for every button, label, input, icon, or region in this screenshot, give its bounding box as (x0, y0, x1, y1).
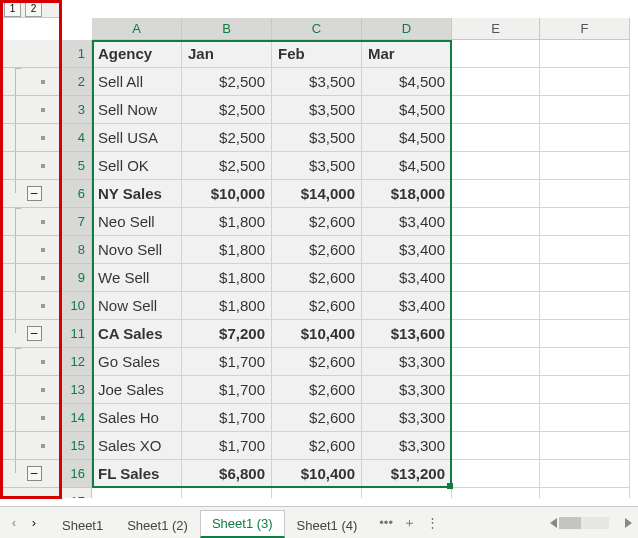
cell[interactable]: We Sell (92, 264, 182, 292)
cell[interactable]: $4,500 (362, 68, 452, 96)
column-header-A[interactable]: A (92, 18, 182, 40)
cell[interactable]: $3,500 (272, 152, 362, 180)
cell[interactable]: $3,400 (362, 292, 452, 320)
outline-level-2-button[interactable]: 2 (25, 0, 42, 17)
cell[interactable] (452, 96, 540, 124)
row-header-13[interactable]: 13 (60, 376, 92, 403)
cell[interactable] (540, 460, 630, 488)
cell[interactable]: $10,000 (182, 180, 272, 208)
cell[interactable]: $3,500 (272, 124, 362, 152)
cell[interactable] (540, 152, 630, 180)
cell[interactable] (540, 208, 630, 236)
tab-nav-next[interactable]: › (24, 513, 44, 533)
cell[interactable] (452, 40, 540, 68)
cell[interactable]: $2,600 (272, 292, 362, 320)
scroll-track[interactable] (559, 517, 609, 529)
cell[interactable]: Sell All (92, 68, 182, 96)
cell[interactable]: $3,500 (272, 96, 362, 124)
outline-level-1-button[interactable]: 1 (4, 0, 21, 17)
scroll-left-icon[interactable] (550, 518, 557, 528)
cell[interactable]: Neo Sell (92, 208, 182, 236)
cell[interactable] (540, 236, 630, 264)
row-header-2[interactable]: 2 (60, 68, 92, 95)
row-header-11[interactable]: 11 (60, 320, 92, 347)
cell[interactable] (452, 432, 540, 460)
cell[interactable]: $2,600 (272, 208, 362, 236)
row-header-16[interactable]: 16 (60, 460, 92, 487)
row-header-7[interactable]: 7 (60, 208, 92, 235)
horizontal-scrollbar[interactable] (550, 517, 632, 529)
cell[interactable]: $2,600 (272, 376, 362, 404)
cell[interactable]: $3,400 (362, 208, 452, 236)
cell[interactable]: $10,400 (272, 460, 362, 488)
cell[interactable]: FL Sales (92, 460, 182, 488)
cell[interactable] (452, 236, 540, 264)
cell[interactable] (452, 264, 540, 292)
cell[interactable]: Feb (272, 40, 362, 68)
cell[interactable] (452, 488, 540, 498)
cell[interactable] (540, 292, 630, 320)
cell[interactable]: $4,500 (362, 124, 452, 152)
row-header-5[interactable]: 5 (60, 152, 92, 179)
cell[interactable]: Sales XO (92, 432, 182, 460)
cell[interactable]: NY Sales (92, 180, 182, 208)
cell[interactable] (540, 348, 630, 376)
cell[interactable] (540, 96, 630, 124)
cell[interactable]: $2,600 (272, 264, 362, 292)
cell[interactable] (540, 488, 630, 498)
cell[interactable]: $13,200 (362, 460, 452, 488)
cell[interactable] (452, 152, 540, 180)
sheet-tab[interactable]: Sheet1 (3) (200, 510, 285, 538)
cell[interactable]: $14,000 (272, 180, 362, 208)
cell[interactable]: $3,300 (362, 404, 452, 432)
add-sheet-icon[interactable]: ＋ (403, 514, 416, 532)
cell[interactable]: $3,500 (272, 68, 362, 96)
cell[interactable] (452, 320, 540, 348)
row-header-1[interactable]: 1 (60, 40, 92, 67)
cell[interactable] (540, 180, 630, 208)
cells-area[interactable]: AgencyJanFebMarSell All$2,500$3,500$4,50… (92, 40, 630, 498)
row-header-14[interactable]: 14 (60, 404, 92, 431)
cell[interactable]: $18,000 (362, 180, 452, 208)
cell[interactable] (540, 124, 630, 152)
cell[interactable]: Jan (182, 40, 272, 68)
row-header-3[interactable]: 3 (60, 96, 92, 123)
column-header-B[interactable]: B (182, 18, 272, 40)
cell[interactable] (452, 208, 540, 236)
cell[interactable]: $7,200 (182, 320, 272, 348)
cell[interactable]: CA Sales (92, 320, 182, 348)
cell[interactable]: $2,500 (182, 124, 272, 152)
cell[interactable]: Sales Ho (92, 404, 182, 432)
cell[interactable]: Mar (362, 40, 452, 68)
cell[interactable]: $6,800 (182, 460, 272, 488)
outline-collapse-button[interactable]: – (27, 466, 42, 481)
cell[interactable]: $3,300 (362, 432, 452, 460)
cell[interactable] (452, 404, 540, 432)
cell[interactable] (182, 488, 272, 498)
scroll-thumb[interactable] (559, 517, 581, 529)
cell[interactable]: $4,500 (362, 96, 452, 124)
cell[interactable]: Novo Sell (92, 236, 182, 264)
cell[interactable]: Sell Now (92, 96, 182, 124)
cell[interactable]: $10,400 (272, 320, 362, 348)
row-header-10[interactable]: 10 (60, 292, 92, 319)
cell[interactable]: $3,300 (362, 376, 452, 404)
cell[interactable]: $13,600 (362, 320, 452, 348)
cell[interactable]: Sell USA (92, 124, 182, 152)
row-header-4[interactable]: 4 (60, 124, 92, 151)
row-header-6[interactable]: 6 (60, 180, 92, 207)
sheet-tab[interactable]: Sheet1 (4) (285, 512, 370, 538)
tab-nav-prev[interactable]: ‹ (4, 513, 24, 533)
cell[interactable]: $3,400 (362, 264, 452, 292)
cell[interactable]: $1,800 (182, 264, 272, 292)
cell[interactable]: $1,700 (182, 348, 272, 376)
cell[interactable]: $4,500 (362, 152, 452, 180)
sheet-tab[interactable]: Sheet1 (2) (115, 512, 200, 538)
cell[interactable] (540, 376, 630, 404)
row-header-17[interactable]: 17 (60, 488, 92, 498)
cell[interactable] (540, 432, 630, 460)
column-header-C[interactable]: C (272, 18, 362, 40)
cell[interactable]: $1,700 (182, 376, 272, 404)
cell[interactable] (540, 320, 630, 348)
outline-collapse-button[interactable]: – (27, 186, 42, 201)
